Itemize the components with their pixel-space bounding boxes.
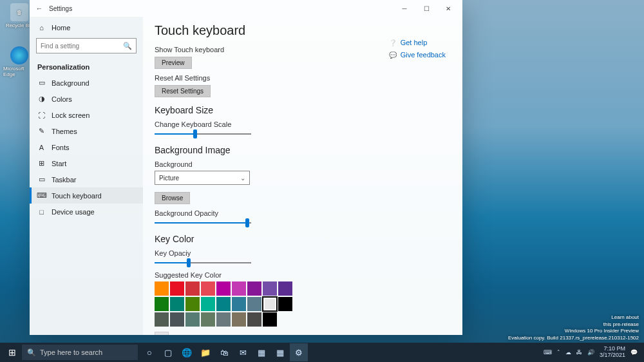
color-swatch[interactable] — [155, 297, 169, 311]
sidebar-item-touch-keyboard[interactable]: ⌨Touch keyboard — [30, 187, 143, 204]
reset-settings-button[interactable]: Reset Settings — [155, 85, 211, 97]
sidebar-item-taskbar[interactable]: ▭Taskbar — [30, 171, 143, 187]
search-input[interactable] — [41, 43, 123, 50]
color-swatch[interactable] — [155, 281, 169, 296]
color-swatch[interactable] — [155, 312, 169, 327]
start-button[interactable]: ⊞ — [3, 343, 22, 362]
taskbar-app-icon[interactable]: ▦ — [271, 343, 289, 361]
slider-thumb[interactable] — [187, 258, 191, 267]
tray-volume-icon[interactable]: 🔊 — [587, 349, 594, 356]
color-swatch[interactable] — [278, 297, 292, 311]
minimize-button[interactable]: ─ — [397, 3, 412, 14]
sidebar-item-background[interactable]: ▭Background — [30, 75, 143, 91]
taskbar-app-icon[interactable]: ▦ — [252, 343, 270, 361]
tray-network-icon[interactable]: 🖧 — [576, 349, 582, 356]
sidebar-item-icon: ⛶ — [37, 111, 46, 119]
color-swatch[interactable] — [216, 297, 231, 311]
sidebar-item-device-usage[interactable]: □Device usage — [30, 204, 143, 220]
background-select[interactable]: Picture — [155, 171, 250, 185]
browse-button[interactable]: Browse — [155, 192, 190, 204]
taskbar-apps: ○ ▢ 🌐 📁 🛍 ✉ ▦ ▦ ⚙ — [140, 343, 308, 361]
add-custom-color-button[interactable]: ＋ — [155, 332, 169, 335]
sidebar-item-label: Touch keyboard — [52, 192, 102, 200]
color-swatch[interactable] — [170, 281, 184, 296]
sidebar-category: Personalization — [30, 57, 143, 75]
color-swatch[interactable] — [247, 297, 261, 311]
key-color-heading: Key Color — [155, 234, 451, 244]
system-tray: ⌨ ˄ ☁ 🖧 🔊 7:10 PM 3/17/2021 💬 — [544, 346, 641, 359]
taskbar-settings-icon[interactable]: ⚙ — [290, 343, 308, 361]
slider-thumb[interactable] — [193, 129, 197, 138]
color-swatch[interactable] — [170, 312, 184, 327]
window-controls: ─ ☐ ✕ — [397, 3, 459, 14]
taskbar-taskview-icon[interactable]: ▢ — [159, 343, 177, 361]
window-caption: Settings — [49, 5, 72, 12]
color-swatch[interactable] — [201, 297, 215, 311]
taskbar-mail-icon[interactable]: ✉ — [234, 343, 252, 361]
page-title: Touch keyboard — [155, 23, 451, 38]
settings-window: ← Settings ─ ☐ ✕ ⌂ Home 🔍 Personalizatio… — [30, 0, 462, 335]
feedback-icon: 💬 — [389, 51, 397, 59]
background-label: Background — [155, 160, 451, 168]
help-icon: ❔ — [389, 39, 397, 46]
color-swatch[interactable] — [185, 281, 200, 296]
color-swatch[interactable] — [232, 297, 246, 311]
close-button[interactable]: ✕ — [440, 3, 456, 14]
color-swatch[interactable] — [201, 281, 215, 296]
tray-cloud-icon[interactable]: ☁ — [565, 349, 571, 356]
color-swatch[interactable] — [247, 281, 261, 296]
sidebar-item-fonts[interactable]: AFonts — [30, 139, 143, 155]
color-swatch[interactable] — [170, 297, 184, 311]
taskbar: ⊞ 🔍 Type here to search ○ ▢ 🌐 📁 🛍 ✉ ▦ ▦ … — [0, 343, 644, 362]
color-swatch[interactable] — [263, 281, 277, 296]
titlebar: ← Settings ─ ☐ ✕ — [30, 0, 462, 17]
scale-slider[interactable] — [155, 131, 251, 137]
color-swatch[interactable] — [278, 281, 292, 296]
sidebar-item-colors[interactable]: ◑Colors — [30, 91, 143, 107]
sidebar-item-themes[interactable]: ✎Themes — [30, 123, 143, 139]
give-feedback-link[interactable]: 💬Give feedback — [389, 51, 446, 59]
color-swatch[interactable] — [201, 312, 215, 327]
color-swatch[interactable] — [216, 281, 231, 296]
taskbar-search[interactable]: 🔍 Type here to search — [22, 345, 138, 360]
custom-color-row: ＋ Custom Key Color — [155, 332, 451, 335]
taskbar-cortana-icon[interactable]: ○ — [140, 343, 158, 361]
key-opacity-slider[interactable] — [155, 260, 251, 266]
color-swatch[interactable] — [232, 281, 246, 296]
sidebar-item-lock-screen[interactable]: ⛶Lock screen — [30, 107, 143, 123]
taskbar-clock[interactable]: 7:10 PM 3/17/2021 — [600, 346, 625, 359]
tray-chevron-icon[interactable]: ˄ — [557, 349, 560, 356]
sidebar-item-label: Start — [52, 160, 66, 167]
sidebar-item-start[interactable]: ⊞Start — [30, 155, 143, 171]
watermark-line: Evaluation copy. Build 21337.rs_prerelea… — [508, 335, 639, 341]
sidebar-home[interactable]: ⌂ Home — [30, 19, 143, 35]
slider-thumb[interactable] — [245, 218, 249, 227]
sidebar-item-label: Device usage — [52, 208, 95, 216]
taskbar-edge-icon[interactable]: 🌐 — [178, 343, 196, 361]
color-swatch[interactable] — [216, 312, 231, 327]
taskbar-store-icon[interactable]: 🛍 — [215, 343, 233, 361]
search-box[interactable]: 🔍 — [36, 38, 137, 53]
color-swatch[interactable] — [232, 312, 246, 327]
get-help-link[interactable]: ❔Get help — [389, 39, 446, 46]
color-swatch[interactable] — [263, 312, 277, 327]
tray-keyboard-icon[interactable]: ⌨ — [544, 349, 552, 356]
scale-label: Change Keyboard Scale — [155, 120, 451, 128]
clock-date: 3/17/2021 — [600, 352, 625, 359]
sidebar-item-label: Themes — [52, 128, 77, 135]
background-select-value: Picture — [159, 175, 179, 182]
sidebar-item-label: Fonts — [52, 144, 70, 151]
color-swatch[interactable] — [247, 312, 261, 327]
preview-button[interactable]: Preview — [155, 57, 192, 69]
taskbar-explorer-icon[interactable]: 📁 — [196, 343, 214, 361]
notifications-icon[interactable]: 💬 — [630, 349, 638, 356]
color-swatch[interactable] — [263, 297, 277, 311]
sidebar-item-label: Background — [52, 79, 90, 87]
color-swatch[interactable] — [185, 297, 200, 311]
sidebar: ⌂ Home 🔍 Personalization ▭Background◑Col… — [30, 17, 143, 335]
color-swatch[interactable] — [185, 312, 200, 327]
back-button[interactable]: ← — [33, 3, 45, 14]
maximize-button[interactable]: ☐ — [419, 3, 434, 14]
opacity-slider[interactable] — [155, 220, 251, 226]
search-icon: 🔍 — [123, 42, 132, 50]
